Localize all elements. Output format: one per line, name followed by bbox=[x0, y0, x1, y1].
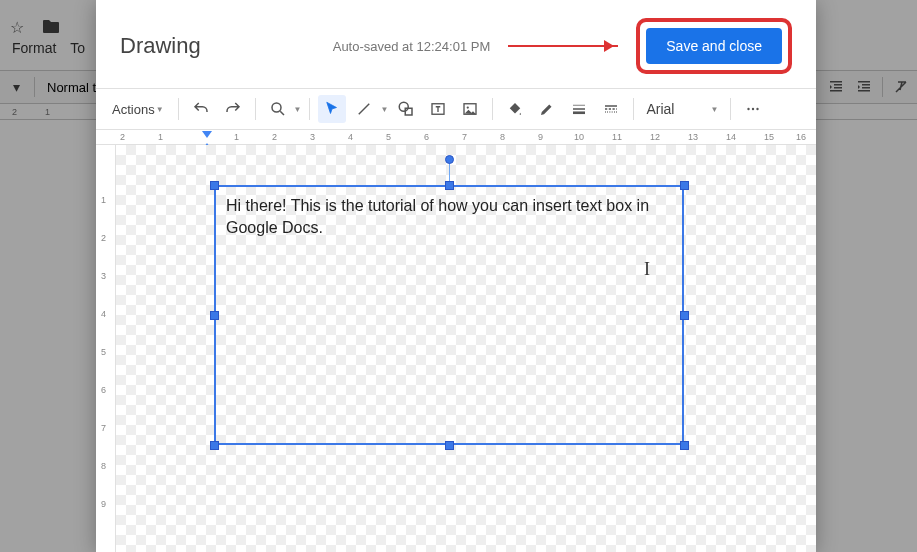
shape-tool[interactable] bbox=[392, 95, 420, 123]
annotation-arrow bbox=[508, 45, 618, 47]
svg-rect-10 bbox=[406, 108, 413, 115]
redo-button[interactable] bbox=[219, 95, 247, 123]
horizontal-ruler: 2 1 1 2 3 4 5 6 7 8 9 10 11 12 13 14 15 … bbox=[96, 129, 816, 145]
svg-point-15 bbox=[752, 108, 754, 110]
border-color-button[interactable] bbox=[533, 95, 561, 123]
fill-color-button[interactable] bbox=[501, 95, 529, 123]
vertical-ruler: 1 2 3 4 5 6 7 8 9 bbox=[96, 145, 116, 552]
annotation-highlight: Save and close bbox=[636, 18, 792, 74]
resize-handle[interactable] bbox=[210, 441, 219, 450]
caret-icon: ▼ bbox=[294, 105, 302, 114]
dialog-title: Drawing bbox=[120, 33, 201, 59]
textbox-shape[interactable]: Hi there! This is the tutorial of how yo… bbox=[214, 185, 684, 445]
drawing-canvas[interactable]: Hi there! This is the tutorial of how yo… bbox=[116, 145, 816, 552]
save-and-close-button[interactable]: Save and close bbox=[646, 28, 782, 64]
resize-handle[interactable] bbox=[680, 311, 689, 320]
select-tool[interactable] bbox=[318, 95, 346, 123]
zoom-button[interactable] bbox=[264, 95, 292, 123]
textbox-tool[interactable] bbox=[424, 95, 452, 123]
drawing-dialog: Drawing Auto-saved at 12:24:01 PM Save a… bbox=[96, 0, 816, 552]
svg-point-9 bbox=[400, 102, 409, 111]
border-dash-button[interactable] bbox=[597, 95, 625, 123]
font-select[interactable]: Arial▼ bbox=[642, 99, 722, 119]
svg-point-16 bbox=[757, 108, 759, 110]
autosave-status: Auto-saved at 12:24:01 PM bbox=[333, 39, 491, 54]
rotation-handle[interactable] bbox=[445, 155, 454, 164]
image-tool[interactable] bbox=[456, 95, 484, 123]
svg-point-8 bbox=[272, 103, 281, 112]
resize-handle[interactable] bbox=[445, 181, 454, 190]
resize-handle[interactable] bbox=[680, 181, 689, 190]
resize-handle[interactable] bbox=[210, 311, 219, 320]
actions-menu[interactable]: Actions▼ bbox=[106, 98, 170, 121]
caret-icon: ▼ bbox=[380, 105, 388, 114]
more-button[interactable] bbox=[739, 95, 767, 123]
resize-handle[interactable] bbox=[680, 441, 689, 450]
line-tool[interactable] bbox=[350, 95, 378, 123]
border-weight-button[interactable] bbox=[565, 95, 593, 123]
text-cursor-icon: I bbox=[644, 259, 650, 280]
svg-point-14 bbox=[748, 108, 750, 110]
resize-handle[interactable] bbox=[445, 441, 454, 450]
undo-button[interactable] bbox=[187, 95, 215, 123]
svg-point-13 bbox=[467, 106, 469, 108]
drawing-toolbar: Actions▼ ▼ ▼ bbox=[96, 89, 816, 129]
resize-handle[interactable] bbox=[210, 181, 219, 190]
